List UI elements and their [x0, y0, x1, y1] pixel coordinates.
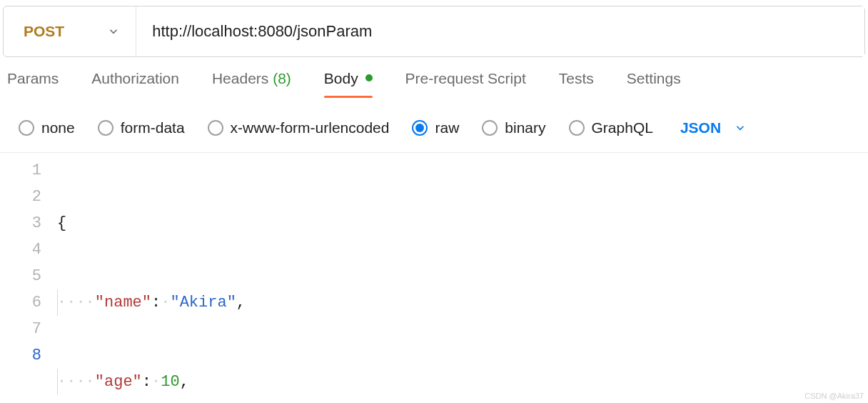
chevron-down-icon [107, 25, 120, 38]
line-number: 1 [0, 157, 41, 184]
body-type-binary[interactable]: binary [482, 119, 545, 136]
line-number: 8 [0, 342, 41, 369]
body-type-graphql[interactable]: GraphQL [569, 119, 653, 136]
code-line: ····"age":·10, [57, 369, 868, 395]
request-tabs: Params Authorization Headers (8) Body Pr… [0, 70, 868, 98]
body-type-label: none [41, 119, 75, 136]
line-number: 7 [0, 316, 41, 342]
tab-body-label: Body [324, 70, 358, 86]
radio-icon [98, 120, 113, 136]
body-type-urlencoded[interactable]: x-www-form-urlencoded [208, 119, 390, 136]
radio-icon [569, 120, 585, 136]
body-type-row: none form-data x-www-form-urlencoded raw… [0, 98, 868, 153]
tab-pre-request-script[interactable]: Pre-request Script [405, 70, 526, 97]
tab-headers-label: Headers [212, 70, 268, 86]
body-type-label: form-data [121, 119, 185, 136]
chevron-down-icon [734, 121, 747, 134]
tab-tests[interactable]: Tests [559, 70, 594, 97]
request-url-input[interactable] [136, 6, 864, 56]
request-body-editor[interactable]: 1 2 3 4 5 6 7 8 { ····"name":·"Akira", ·… [0, 153, 868, 403]
tab-authorization[interactable]: Authorization [91, 70, 179, 97]
http-method-label: POST [24, 23, 64, 40]
body-modified-dot-icon [365, 74, 373, 81]
body-type-label: x-www-form-urlencoded [231, 119, 390, 136]
watermark: CSDN @Akira37 [804, 392, 864, 400]
body-type-raw[interactable]: raw [412, 119, 459, 136]
body-format-label: JSON [680, 119, 721, 136]
body-type-label: GraphQL [592, 119, 653, 136]
body-type-label: binary [505, 119, 545, 136]
line-number: 4 [0, 237, 41, 263]
body-type-form-data[interactable]: form-data [98, 119, 185, 136]
tab-headers[interactable]: Headers (8) [212, 70, 291, 97]
body-type-none[interactable]: none [19, 119, 75, 136]
code-area[interactable]: { ····"name":·"Akira", ····"age":·10, ··… [57, 157, 868, 403]
line-number-gutter: 1 2 3 4 5 6 7 8 [0, 157, 57, 403]
tab-body[interactable]: Body [324, 70, 373, 97]
request-bar: POST [3, 6, 865, 57]
code-line: ····"name":·"Akira", [57, 289, 868, 316]
radio-icon [19, 120, 34, 136]
line-number: 3 [0, 210, 41, 237]
tab-settings[interactable]: Settings [627, 70, 681, 97]
code-line: { [57, 210, 868, 237]
tab-params[interactable]: Params [7, 70, 59, 97]
line-number: 2 [0, 184, 41, 210]
radio-icon [412, 120, 428, 136]
http-method-dropdown[interactable]: POST [4, 6, 136, 56]
body-format-dropdown[interactable]: JSON [680, 119, 747, 136]
line-number: 6 [0, 289, 41, 316]
radio-icon [208, 120, 223, 136]
headers-count: (8) [273, 70, 291, 86]
line-number: 5 [0, 263, 41, 289]
body-type-label: raw [435, 119, 459, 136]
radio-icon [482, 120, 498, 136]
